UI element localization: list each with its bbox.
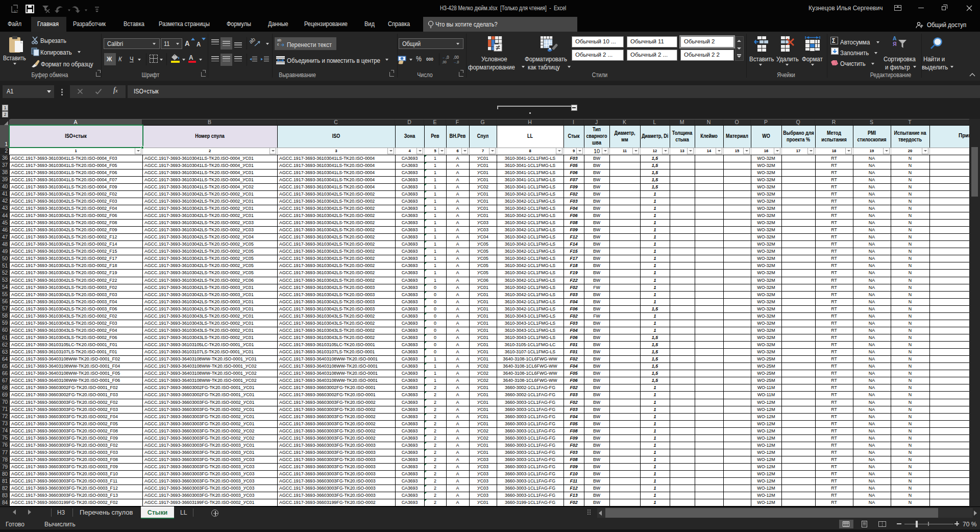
svg-text:12: 12 <box>14 9 18 14</box>
